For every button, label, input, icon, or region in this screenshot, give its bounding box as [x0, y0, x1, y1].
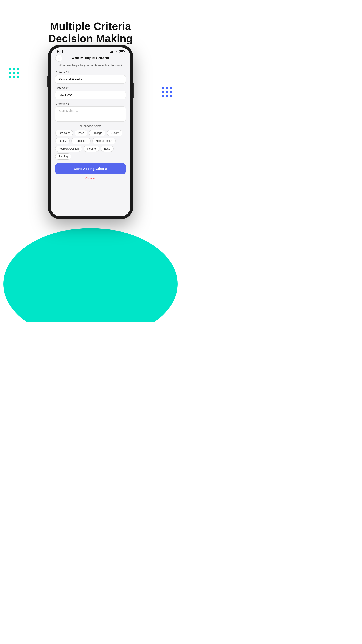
status-bar: 9:41 ∿ — [51, 48, 130, 54]
teal-bg-circle — [3, 228, 178, 322]
screen-subtitle: What are the paths you can take in this … — [55, 63, 126, 68]
app-header: ← Add Multiple Criteria — [55, 54, 126, 61]
chip-family[interactable]: Family — [55, 138, 70, 144]
chip-income[interactable]: Income — [84, 146, 99, 152]
chip-people-s-opinion[interactable]: People's Opinion — [55, 146, 82, 152]
chip-prestige[interactable]: Prestige — [89, 130, 105, 136]
criteria-1-input[interactable]: Personal Freedom — [55, 75, 126, 84]
back-arrow-icon: ← — [57, 56, 60, 60]
page-title: Multiple Criteria Decision Making — [0, 20, 181, 45]
criteria-2-label: Criteria #2 — [56, 86, 126, 90]
chip-quality[interactable]: Quality — [107, 130, 122, 136]
back-button[interactable]: ← — [55, 54, 62, 62]
chip-ease[interactable]: Ease — [101, 146, 113, 152]
battery-icon — [119, 50, 124, 53]
status-time: 9:41 — [57, 50, 63, 53]
or-choose-label: or, choose below — [55, 124, 126, 128]
chip-mental-health[interactable]: Mental Health — [92, 138, 115, 144]
criteria-2-input[interactable]: Low Cost — [55, 91, 126, 99]
screen-title: Add Multiple Criteria — [72, 56, 109, 60]
cancel-button[interactable]: Cancel — [55, 176, 126, 184]
chip-earning[interactable]: Earning — [55, 154, 71, 160]
cyan-dot-grid — [9, 68, 19, 78]
wifi-icon: ∿ — [115, 50, 117, 53]
criteria-3-input[interactable]: Start typing..... — [55, 106, 126, 122]
signal-icon — [110, 50, 114, 53]
app-content: ← Add Multiple Criteria What are the pat… — [51, 54, 130, 215]
criteria-1-label: Criteria #1 — [56, 71, 126, 74]
chip-price[interactable]: Price — [75, 130, 87, 136]
criteria-3-label: Criteria #3 — [56, 102, 126, 105]
phone-mockup: 9:41 ∿ — [48, 45, 133, 219]
chips-container: Low CostPricePrestigeQualityFamilyHappin… — [55, 130, 126, 160]
status-icons: ∿ — [110, 50, 124, 53]
done-button[interactable]: Done Adding Criteria — [55, 163, 126, 174]
blue-dot-grid — [162, 87, 172, 98]
chip-low-cost[interactable]: Low Cost — [55, 130, 73, 136]
chip-happiness[interactable]: Happiness — [71, 138, 91, 144]
